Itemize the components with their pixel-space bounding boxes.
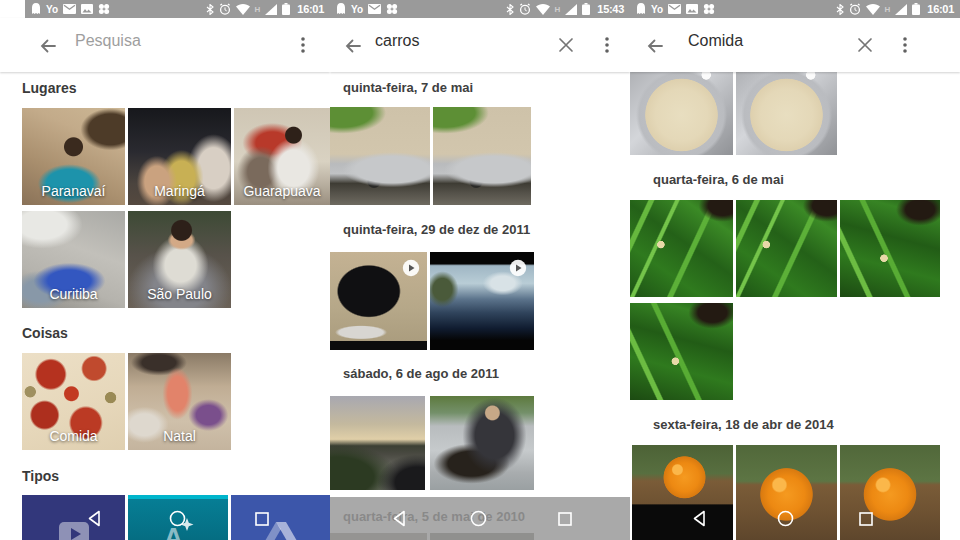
wifi-icon (536, 4, 550, 15)
thing-tile-natal[interactable]: Natal (128, 353, 231, 450)
clock-text: 16:01 (297, 3, 324, 15)
status-notification-icons: Yo (336, 3, 398, 15)
back-arrow-icon[interactable] (344, 37, 362, 55)
tile-label: São Paulo (128, 286, 231, 302)
photo-thumbnail-car[interactable] (330, 107, 430, 205)
status-notification-icons: Yo (31, 3, 110, 15)
back-arrow-icon[interactable] (39, 37, 57, 55)
photo-thumbnail-car[interactable] (433, 107, 531, 205)
date-header: sábado, 6 de ago de 2011 (343, 366, 499, 381)
nav-back-button[interactable] (87, 510, 103, 527)
tile-label: Guarapuava (234, 183, 330, 199)
photo-thumbnail-greens[interactable] (630, 303, 733, 400)
wifi-icon (236, 4, 250, 15)
status-notification-icons: Yo (636, 3, 715, 15)
section-title-things: Coisas (22, 325, 68, 341)
app-bar-search: Pesquisa (0, 18, 330, 72)
photo-thumbnail-tortilla[interactable] (736, 68, 837, 155)
app-bar-search: Comida (630, 18, 960, 72)
panel-search-home: Yo H 16:01 Pesquisa Lugares Paranavaí (0, 0, 330, 540)
screenshot-composite: Yo H 16:01 Pesquisa Lugares Paranavaí (0, 0, 960, 540)
clock-text: 16:01 (927, 3, 954, 15)
bluetooth-icon (506, 4, 514, 15)
place-tile-curitiba[interactable]: Curitiba (22, 211, 125, 308)
yo-app-icon: Yo (351, 4, 363, 15)
place-tile-paranavai[interactable]: Paranavaí (22, 108, 125, 205)
app-bar-search: carros (330, 18, 630, 72)
photo-thumbnail-engine[interactable] (430, 396, 534, 490)
photos-pinwheel-icon (386, 3, 398, 15)
play-icon (509, 259, 527, 281)
network-h-icon: H (885, 5, 891, 14)
date-header: quarta-feira, 6 de mai (653, 172, 784, 187)
alarm-icon (849, 3, 861, 15)
videos-icon (57, 520, 91, 540)
photo-thumbnail-tortilla[interactable] (630, 68, 733, 155)
date-header: sexta-feira, 18 de abr de 2014 (653, 417, 834, 432)
ghost-icon (336, 3, 346, 15)
type-tile-videos[interactable] (22, 495, 125, 540)
panel-search-carros: Yo H 15:43 carros quinta-feira, 7 de mai (330, 0, 630, 540)
network-h-icon: H (255, 5, 261, 14)
tile-label: Paranavaí (22, 183, 125, 199)
nav-home-button[interactable] (169, 510, 186, 527)
date-header: quinta-feira, 29 de dez de 2011 (343, 222, 530, 237)
nav-recents-button[interactable] (558, 512, 572, 526)
wifi-icon (866, 4, 880, 15)
photo-thumbnail-orange[interactable] (840, 445, 940, 540)
back-arrow-icon[interactable] (646, 37, 664, 55)
clear-search-icon[interactable] (857, 37, 873, 53)
type-tile-drive[interactable] (231, 495, 330, 540)
gmail-icon (668, 4, 681, 14)
signal-icon (895, 4, 907, 15)
battery-icon (282, 3, 290, 15)
photo-thumbnail-road[interactable] (330, 396, 425, 490)
photo-thumbnail-greens[interactable] (840, 200, 940, 297)
signal-icon (565, 4, 577, 15)
tile-label: Comida (22, 428, 125, 444)
nav-recents-button[interactable] (859, 512, 873, 526)
photos-pinwheel-icon (98, 3, 110, 15)
status-system-icons: H 16:01 (206, 3, 324, 15)
video-thumbnail[interactable] (430, 252, 534, 350)
place-tile-maringa[interactable]: Maringá (128, 108, 231, 205)
bluetooth-icon (206, 4, 214, 15)
overflow-menu-icon[interactable] (301, 37, 305, 53)
nav-recents-button[interactable] (255, 512, 269, 526)
tile-label: Natal (128, 428, 231, 444)
clock-text: 15:43 (597, 3, 624, 15)
gmail-icon (63, 4, 76, 14)
status-bar: Yo H 15:43 (330, 0, 630, 18)
overflow-menu-icon[interactable] (903, 37, 907, 53)
photos-pinwheel-icon (703, 3, 715, 15)
video-thumbnail[interactable] (330, 252, 427, 350)
clear-search-icon[interactable] (558, 37, 574, 53)
nav-home-button[interactable] (777, 510, 794, 527)
photo-thumbnail-greens[interactable] (736, 200, 837, 297)
photo-thumbnail-greens[interactable] (630, 200, 733, 297)
battery-icon (912, 3, 920, 15)
section-title-types: Tipos (22, 468, 59, 484)
image-icon (81, 4, 93, 14)
ghost-icon (31, 3, 41, 15)
status-system-icons: H 16:01 (836, 3, 954, 15)
status-bar: Yo H 16:01 (25, 0, 330, 18)
nav-home-button[interactable] (470, 510, 487, 527)
overflow-menu-icon[interactable] (605, 37, 609, 53)
place-tile-guarapuava[interactable]: Guarapuava (234, 108, 330, 205)
place-tile-sao-paulo[interactable]: São Paulo (128, 211, 231, 308)
nav-back-button[interactable] (692, 510, 708, 527)
image-icon (686, 4, 698, 14)
gmail-icon (368, 4, 381, 14)
search-input[interactable]: carros (375, 32, 419, 50)
thing-tile-comida[interactable]: Comida (22, 353, 125, 450)
network-h-icon: H (555, 5, 561, 14)
search-input[interactable]: Pesquisa (75, 32, 141, 50)
date-header: quinta-feira, 7 de mai (343, 80, 473, 95)
nav-back-button[interactable] (392, 510, 408, 527)
signal-icon (265, 4, 277, 15)
status-bar: Yo H 16:01 (630, 0, 960, 18)
section-title-places: Lugares (22, 80, 76, 96)
photo-thumbnail-orange[interactable] (632, 445, 733, 540)
search-input[interactable]: Comida (688, 32, 743, 50)
